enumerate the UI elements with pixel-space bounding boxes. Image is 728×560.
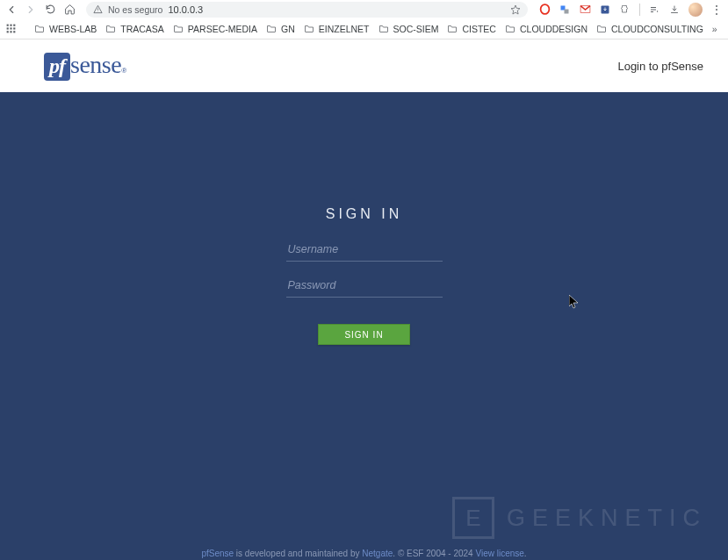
folder-icon: [105, 24, 116, 33]
home-button[interactable]: [63, 4, 76, 16]
footer: pfSense is developed and maintained by N…: [0, 549, 728, 558]
bookmark-item[interactable]: SOC-SIEM: [378, 24, 439, 34]
folder-icon: [173, 24, 184, 33]
svg-rect-17: [10, 31, 11, 32]
login-panel: SIGN IN SIGN IN E GEEKNETIC pfSense is d…: [0, 92, 728, 560]
url-text: 10.0.0.3: [168, 4, 203, 15]
footer-link-netgate[interactable]: Netgate: [362, 549, 393, 558]
username-input[interactable]: [286, 238, 443, 262]
signin-title: SIGN IN: [326, 206, 403, 222]
svg-rect-11: [10, 25, 11, 26]
kebab-menu-icon[interactable]: ⋮: [710, 3, 723, 17]
browser-toolbar: No es seguro 10.0.0.3 ⋮: [0, 0, 728, 18]
footer-link-pfsense[interactable]: pfSense: [201, 549, 234, 558]
bookmark-item[interactable]: CLOUDDESIGN: [505, 24, 587, 34]
bookmark-label: WEBS-LAB: [49, 24, 97, 34]
bookmarks-overflow[interactable]: »: [712, 24, 717, 34]
footer-link-license[interactable]: View license: [475, 549, 523, 558]
svg-rect-15: [13, 27, 15, 29]
folder-icon: [34, 24, 45, 33]
watermark-text: GEEKNETIC: [507, 505, 707, 532]
svg-rect-16: [7, 31, 9, 32]
signin-button[interactable]: SIGN IN: [318, 324, 410, 345]
footer-text: .: [524, 549, 527, 558]
signin-form: SIGN IN SIGN IN: [0, 206, 728, 345]
bookmark-item[interactable]: PARSEC-MEDIA: [173, 24, 257, 34]
folder-icon: [304, 24, 314, 33]
watermark-box: E: [452, 497, 494, 539]
bookmark-label: SOC-SIEM: [393, 24, 439, 34]
forward-button[interactable]: [25, 4, 37, 16]
svg-rect-12: [13, 25, 15, 26]
password-input[interactable]: [286, 274, 443, 298]
bookmarks-bar: WEBS-LAB TRACASA PARSEC-MEDIA GN EINZELN…: [0, 18, 728, 39]
bookmark-item[interactable]: CLOUDCONSULTING: [596, 24, 703, 34]
bookmark-label: PARSEC-MEDIA: [188, 24, 257, 34]
profile-avatar[interactable]: [688, 3, 703, 17]
reload-button[interactable]: [44, 4, 56, 16]
bookmark-label: CISTEC: [462, 24, 496, 34]
logo-suffix: sense: [70, 51, 121, 79]
bookmark-label: TRACASA: [120, 24, 164, 34]
bookmark-item[interactable]: TRACASA: [105, 24, 164, 34]
bookmark-label: CLOUDCONSULTING: [611, 24, 703, 34]
translate-icon[interactable]: [559, 4, 571, 16]
app-header: pfsense® Login to pfSense: [0, 39, 728, 92]
address-bar[interactable]: No es seguro 10.0.0.3: [86, 2, 528, 18]
footer-text: is developed and maintained by: [234, 549, 362, 558]
bookmark-item[interactable]: CISTEC: [447, 24, 496, 34]
registered-mark: ®: [121, 67, 126, 75]
playlist-icon[interactable]: [648, 4, 660, 16]
folder-icon: [505, 24, 515, 33]
svg-point-1: [97, 11, 98, 11]
bookmark-item[interactable]: WEBS-LAB: [34, 24, 97, 34]
pfsense-logo[interactable]: pfsense®: [44, 51, 126, 81]
puzzle-icon[interactable]: [619, 4, 631, 16]
folder-icon: [378, 24, 389, 33]
apps-grid-icon[interactable]: [5, 23, 17, 34]
bookmark-label: CLOUDDESIGN: [520, 24, 587, 34]
gmail-icon[interactable]: [579, 4, 591, 16]
bookmark-label: GN: [281, 24, 295, 34]
svg-rect-10: [7, 25, 9, 26]
bookmark-item[interactable]: GN: [266, 24, 295, 34]
opera-icon[interactable]: [538, 4, 551, 16]
separator: [639, 4, 640, 16]
svg-point-2: [540, 4, 549, 14]
bookmark-star-icon[interactable]: [510, 4, 521, 15]
footer-text: . © ESF 2004 - 2024: [393, 549, 475, 558]
header-right-label: Login to pfSense: [617, 60, 703, 73]
svg-rect-18: [13, 31, 15, 32]
folder-icon: [447, 24, 458, 33]
svg-rect-4: [565, 9, 569, 13]
svg-rect-14: [10, 27, 11, 29]
folder-icon: [596, 24, 607, 33]
folder-icon: [266, 24, 277, 33]
security-label: No es seguro: [108, 4, 162, 15]
download-ext-icon[interactable]: [599, 4, 611, 16]
logo-prefix: pf: [44, 53, 70, 81]
downloads-icon[interactable]: [668, 4, 681, 16]
watermark: E GEEKNETIC: [452, 497, 707, 539]
back-button[interactable]: [5, 4, 18, 16]
insecure-icon: [93, 4, 103, 14]
extension-icons: ⋮: [538, 3, 723, 17]
bookmark-label: EINZELNET: [319, 24, 370, 34]
svg-rect-13: [7, 27, 9, 29]
bookmark-item[interactable]: EINZELNET: [304, 24, 370, 34]
